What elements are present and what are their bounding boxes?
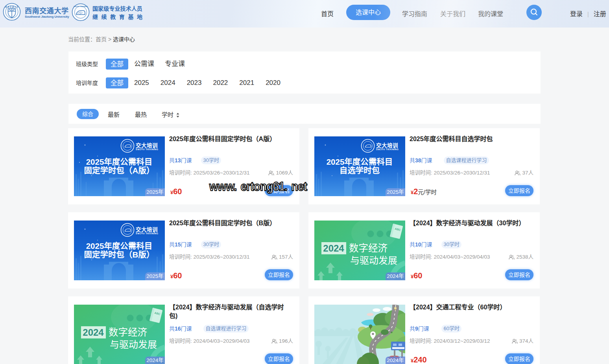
svg-text:SWJTU TRAINING: SWJTU TRAINING: [74, 6, 88, 7]
svg-text:自选学时包: 自选学时包: [340, 166, 380, 175]
svg-text:2025年度公需科目: 2025年度公需科目: [86, 241, 153, 250]
svg-text:SWJTU TRAINING: SWJTU TRAINING: [376, 148, 399, 151]
svg-text:与驱动发展: 与驱动发展: [110, 339, 157, 350]
svg-text:SWJTU TRAINING: SWJTU TRAINING: [136, 148, 159, 151]
svg-text:数字经济: 数字经济: [349, 243, 388, 254]
svg-text:2025年度公需科目: 2025年度公需科目: [86, 157, 153, 166]
svg-text:固定学时包（A版）: 固定学时包（A版）: [84, 166, 155, 175]
svg-text:西 南 交 通 大 学: 西 南 交 通 大 学: [5, 6, 18, 8]
svg-text:2025年度公需科目: 2025年度公需科目: [327, 157, 393, 166]
svg-text:SWJTU TRAINING: SWJTU TRAINING: [136, 232, 159, 235]
svg-text:固定学时包（B版）: 固定学时包（B版）: [84, 250, 155, 259]
svg-text:数字经济: 数字经济: [109, 327, 147, 338]
svg-text:2024: 2024: [323, 243, 344, 254]
svg-text:与驱动发展: 与驱动发展: [350, 255, 397, 266]
svg-text:2024: 2024: [83, 327, 104, 338]
